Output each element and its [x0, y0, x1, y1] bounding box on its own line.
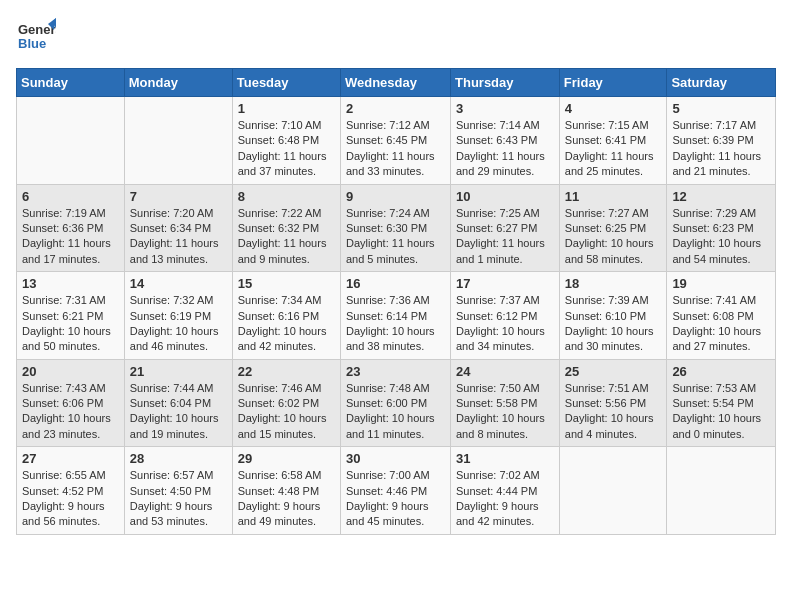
calendar-cell: 4Sunrise: 7:15 AMSunset: 6:41 PMDaylight… — [559, 97, 667, 185]
calendar-cell: 25Sunrise: 7:51 AMSunset: 5:56 PMDayligh… — [559, 359, 667, 447]
day-info: Sunrise: 7:15 AMSunset: 6:41 PMDaylight:… — [565, 118, 662, 180]
day-info: Sunrise: 7:02 AMSunset: 4:44 PMDaylight:… — [456, 468, 554, 530]
day-number: 31 — [456, 451, 554, 466]
calendar-cell: 22Sunrise: 7:46 AMSunset: 6:02 PMDayligh… — [232, 359, 340, 447]
day-info: Sunrise: 7:19 AMSunset: 6:36 PMDaylight:… — [22, 206, 119, 268]
day-info: Sunrise: 6:55 AMSunset: 4:52 PMDaylight:… — [22, 468, 119, 530]
svg-text:Blue: Blue — [18, 36, 46, 51]
header-thursday: Thursday — [451, 69, 560, 97]
day-number: 6 — [22, 189, 119, 204]
day-number: 20 — [22, 364, 119, 379]
day-number: 28 — [130, 451, 227, 466]
day-info: Sunrise: 7:53 AMSunset: 5:54 PMDaylight:… — [672, 381, 770, 443]
day-number: 4 — [565, 101, 662, 116]
calendar-week-5: 27Sunrise: 6:55 AMSunset: 4:52 PMDayligh… — [17, 447, 776, 535]
calendar-cell: 19Sunrise: 7:41 AMSunset: 6:08 PMDayligh… — [667, 272, 776, 360]
header-friday: Friday — [559, 69, 667, 97]
calendar-cell: 13Sunrise: 7:31 AMSunset: 6:21 PMDayligh… — [17, 272, 125, 360]
day-number: 16 — [346, 276, 445, 291]
day-info: Sunrise: 7:17 AMSunset: 6:39 PMDaylight:… — [672, 118, 770, 180]
calendar-cell: 28Sunrise: 6:57 AMSunset: 4:50 PMDayligh… — [124, 447, 232, 535]
header: General Blue — [16, 16, 776, 60]
day-number: 7 — [130, 189, 227, 204]
calendar-cell: 7Sunrise: 7:20 AMSunset: 6:34 PMDaylight… — [124, 184, 232, 272]
calendar-cell: 26Sunrise: 7:53 AMSunset: 5:54 PMDayligh… — [667, 359, 776, 447]
calendar-cell: 30Sunrise: 7:00 AMSunset: 4:46 PMDayligh… — [340, 447, 450, 535]
day-number: 27 — [22, 451, 119, 466]
calendar-table: SundayMondayTuesdayWednesdayThursdayFrid… — [16, 68, 776, 535]
calendar-cell: 14Sunrise: 7:32 AMSunset: 6:19 PMDayligh… — [124, 272, 232, 360]
day-number: 8 — [238, 189, 335, 204]
day-info: Sunrise: 6:58 AMSunset: 4:48 PMDaylight:… — [238, 468, 335, 530]
header-sunday: Sunday — [17, 69, 125, 97]
day-info: Sunrise: 7:37 AMSunset: 6:12 PMDaylight:… — [456, 293, 554, 355]
day-number: 2 — [346, 101, 445, 116]
calendar-cell — [559, 447, 667, 535]
day-number: 9 — [346, 189, 445, 204]
day-info: Sunrise: 7:24 AMSunset: 6:30 PMDaylight:… — [346, 206, 445, 268]
day-info: Sunrise: 7:50 AMSunset: 5:58 PMDaylight:… — [456, 381, 554, 443]
calendar-cell — [667, 447, 776, 535]
day-info: Sunrise: 7:10 AMSunset: 6:48 PMDaylight:… — [238, 118, 335, 180]
day-number: 15 — [238, 276, 335, 291]
day-info: Sunrise: 7:29 AMSunset: 6:23 PMDaylight:… — [672, 206, 770, 268]
day-number: 14 — [130, 276, 227, 291]
day-info: Sunrise: 7:41 AMSunset: 6:08 PMDaylight:… — [672, 293, 770, 355]
day-info: Sunrise: 7:44 AMSunset: 6:04 PMDaylight:… — [130, 381, 227, 443]
calendar-week-4: 20Sunrise: 7:43 AMSunset: 6:06 PMDayligh… — [17, 359, 776, 447]
day-number: 26 — [672, 364, 770, 379]
calendar-cell — [124, 97, 232, 185]
calendar-cell: 8Sunrise: 7:22 AMSunset: 6:32 PMDaylight… — [232, 184, 340, 272]
day-info: Sunrise: 7:14 AMSunset: 6:43 PMDaylight:… — [456, 118, 554, 180]
calendar-cell: 29Sunrise: 6:58 AMSunset: 4:48 PMDayligh… — [232, 447, 340, 535]
calendar-cell: 11Sunrise: 7:27 AMSunset: 6:25 PMDayligh… — [559, 184, 667, 272]
calendar-header-row: SundayMondayTuesdayWednesdayThursdayFrid… — [17, 69, 776, 97]
day-number: 3 — [456, 101, 554, 116]
day-info: Sunrise: 7:43 AMSunset: 6:06 PMDaylight:… — [22, 381, 119, 443]
calendar-cell: 31Sunrise: 7:02 AMSunset: 4:44 PMDayligh… — [451, 447, 560, 535]
day-number: 30 — [346, 451, 445, 466]
header-saturday: Saturday — [667, 69, 776, 97]
day-info: Sunrise: 7:31 AMSunset: 6:21 PMDaylight:… — [22, 293, 119, 355]
day-number: 13 — [22, 276, 119, 291]
day-number: 22 — [238, 364, 335, 379]
day-info: Sunrise: 6:57 AMSunset: 4:50 PMDaylight:… — [130, 468, 227, 530]
calendar-week-2: 6Sunrise: 7:19 AMSunset: 6:36 PMDaylight… — [17, 184, 776, 272]
calendar-cell: 12Sunrise: 7:29 AMSunset: 6:23 PMDayligh… — [667, 184, 776, 272]
calendar-cell: 5Sunrise: 7:17 AMSunset: 6:39 PMDaylight… — [667, 97, 776, 185]
calendar-cell: 10Sunrise: 7:25 AMSunset: 6:27 PMDayligh… — [451, 184, 560, 272]
calendar-cell: 16Sunrise: 7:36 AMSunset: 6:14 PMDayligh… — [340, 272, 450, 360]
day-number: 19 — [672, 276, 770, 291]
calendar-cell: 21Sunrise: 7:44 AMSunset: 6:04 PMDayligh… — [124, 359, 232, 447]
calendar-cell: 9Sunrise: 7:24 AMSunset: 6:30 PMDaylight… — [340, 184, 450, 272]
day-info: Sunrise: 7:25 AMSunset: 6:27 PMDaylight:… — [456, 206, 554, 268]
calendar-cell: 23Sunrise: 7:48 AMSunset: 6:00 PMDayligh… — [340, 359, 450, 447]
day-info: Sunrise: 7:00 AMSunset: 4:46 PMDaylight:… — [346, 468, 445, 530]
day-number: 23 — [346, 364, 445, 379]
day-number: 17 — [456, 276, 554, 291]
day-number: 25 — [565, 364, 662, 379]
header-tuesday: Tuesday — [232, 69, 340, 97]
day-number: 5 — [672, 101, 770, 116]
calendar-cell: 24Sunrise: 7:50 AMSunset: 5:58 PMDayligh… — [451, 359, 560, 447]
calendar-cell: 27Sunrise: 6:55 AMSunset: 4:52 PMDayligh… — [17, 447, 125, 535]
day-info: Sunrise: 7:39 AMSunset: 6:10 PMDaylight:… — [565, 293, 662, 355]
day-info: Sunrise: 7:34 AMSunset: 6:16 PMDaylight:… — [238, 293, 335, 355]
day-info: Sunrise: 7:48 AMSunset: 6:00 PMDaylight:… — [346, 381, 445, 443]
header-monday: Monday — [124, 69, 232, 97]
day-info: Sunrise: 7:51 AMSunset: 5:56 PMDaylight:… — [565, 381, 662, 443]
day-number: 12 — [672, 189, 770, 204]
calendar-cell: 20Sunrise: 7:43 AMSunset: 6:06 PMDayligh… — [17, 359, 125, 447]
day-info: Sunrise: 7:32 AMSunset: 6:19 PMDaylight:… — [130, 293, 227, 355]
day-info: Sunrise: 7:22 AMSunset: 6:32 PMDaylight:… — [238, 206, 335, 268]
day-info: Sunrise: 7:12 AMSunset: 6:45 PMDaylight:… — [346, 118, 445, 180]
day-info: Sunrise: 7:27 AMSunset: 6:25 PMDaylight:… — [565, 206, 662, 268]
day-number: 29 — [238, 451, 335, 466]
logo-icon: General Blue — [16, 16, 56, 60]
day-number: 24 — [456, 364, 554, 379]
calendar-cell: 6Sunrise: 7:19 AMSunset: 6:36 PMDaylight… — [17, 184, 125, 272]
day-number: 1 — [238, 101, 335, 116]
calendar-week-1: 1Sunrise: 7:10 AMSunset: 6:48 PMDaylight… — [17, 97, 776, 185]
calendar-cell: 3Sunrise: 7:14 AMSunset: 6:43 PMDaylight… — [451, 97, 560, 185]
day-number: 21 — [130, 364, 227, 379]
